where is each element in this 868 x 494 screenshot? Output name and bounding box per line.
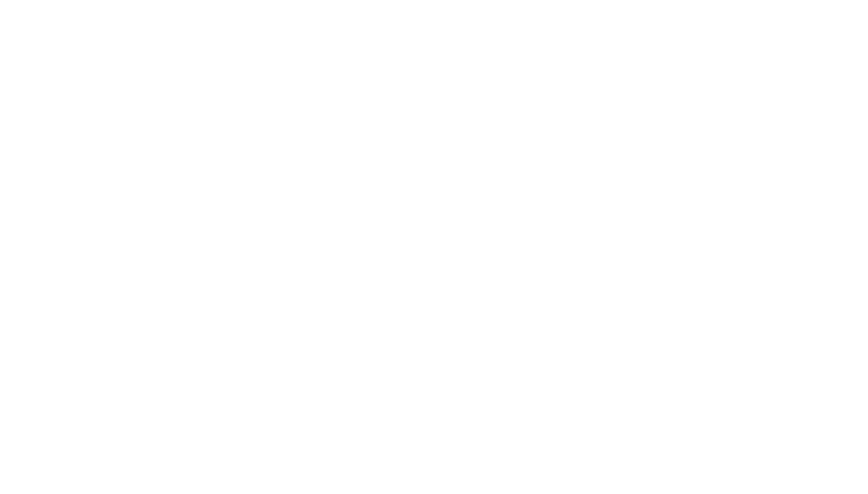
diagram — [0, 0, 868, 494]
arrows-svg — [0, 0, 868, 494]
